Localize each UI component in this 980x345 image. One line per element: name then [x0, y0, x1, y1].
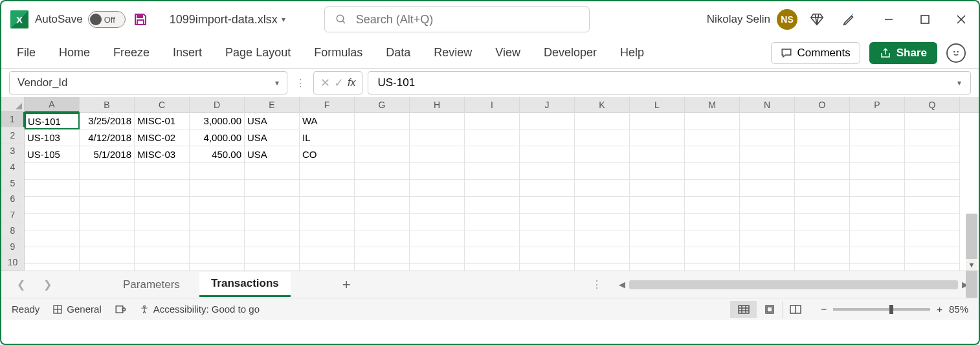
cell-P5[interactable]: [850, 180, 905, 197]
pen-icon[interactable]: [836, 6, 862, 32]
cell-N3[interactable]: [740, 146, 795, 163]
col-header-M[interactable]: M: [685, 97, 740, 113]
minimize-button[interactable]: [880, 11, 897, 28]
tab-home[interactable]: Home: [56, 42, 93, 63]
cell-O9[interactable]: [795, 247, 850, 264]
cell-P3[interactable]: [850, 146, 905, 163]
cell-M4[interactable]: [685, 163, 740, 180]
accept-formula-icon[interactable]: ✓: [334, 76, 344, 90]
cell-E2[interactable]: USA: [245, 129, 300, 146]
row-header-1[interactable]: 1: [1, 112, 25, 128]
cell-M6[interactable]: [685, 197, 740, 214]
sheet-tab-parameters[interactable]: Parameters: [111, 273, 192, 296]
cell-K6[interactable]: [575, 197, 630, 214]
cell-G5[interactable]: [355, 180, 410, 197]
tab-review[interactable]: Review: [431, 42, 474, 63]
cell-M5[interactable]: [685, 180, 740, 197]
cell-F5[interactable]: [300, 180, 355, 197]
cell-B4[interactable]: [80, 163, 135, 180]
cell-K2[interactable]: [575, 129, 630, 146]
row-header-7[interactable]: 7: [1, 207, 25, 223]
cell-C9[interactable]: [135, 247, 190, 264]
col-header-A[interactable]: A: [25, 97, 80, 113]
cell-C2[interactable]: MISC-02: [135, 129, 190, 146]
cell-Q9[interactable]: [905, 247, 960, 264]
cell-A7[interactable]: [25, 214, 80, 230]
cell-M7[interactable]: [685, 214, 740, 230]
cell-G1[interactable]: [355, 113, 410, 129]
col-header-C[interactable]: C: [135, 97, 190, 113]
cell-F7[interactable]: [300, 214, 355, 230]
cell-G2[interactable]: [355, 129, 410, 146]
cell-I2[interactable]: [465, 129, 520, 146]
row-header-6[interactable]: 6: [1, 191, 25, 207]
sheet-nav-prev[interactable]: ❮: [12, 278, 30, 291]
cell-F3[interactable]: CO: [300, 146, 355, 163]
cell-J8[interactable]: [520, 230, 575, 247]
cell-I5[interactable]: [465, 180, 520, 197]
cell-H2[interactable]: [410, 129, 465, 146]
cell-A9[interactable]: [25, 247, 80, 264]
maximize-button[interactable]: [917, 11, 933, 28]
cell-G3[interactable]: [355, 146, 410, 163]
cancel-formula-icon[interactable]: ✕: [320, 76, 330, 90]
autosave-toggle[interactable]: Off: [88, 11, 126, 28]
cell-C4[interactable]: [135, 163, 190, 180]
cell-N5[interactable]: [740, 180, 795, 197]
cell-F2[interactable]: IL: [300, 129, 355, 146]
row-header-9[interactable]: 9: [1, 239, 25, 255]
cell-F1[interactable]: WA: [300, 113, 355, 129]
row-header-5[interactable]: 5: [1, 175, 25, 192]
cell-Q7[interactable]: [905, 214, 960, 230]
cell-N8[interactable]: [740, 230, 795, 247]
cell-D1[interactable]: 3,000.00: [190, 113, 245, 129]
cell-L5[interactable]: [630, 180, 685, 197]
cell-K3[interactable]: [575, 146, 630, 163]
cell-F10[interactable]: [300, 264, 355, 271]
cell-M1[interactable]: [685, 113, 740, 129]
cell-O3[interactable]: [795, 146, 850, 163]
cell-L1[interactable]: [630, 113, 685, 129]
cell-I8[interactable]: [465, 230, 520, 247]
cell-H3[interactable]: [410, 146, 465, 163]
cell-C5[interactable]: [135, 180, 190, 197]
cell-N10[interactable]: [740, 264, 795, 271]
cell-C8[interactable]: [135, 230, 190, 247]
status-general[interactable]: General: [52, 304, 101, 315]
cell-D10[interactable]: [190, 264, 245, 271]
cell-E10[interactable]: [245, 264, 300, 271]
cell-B1[interactable]: 3/25/2018: [80, 113, 135, 129]
cell-H9[interactable]: [410, 247, 465, 264]
cell-D4[interactable]: [190, 163, 245, 180]
cell-M9[interactable]: [685, 247, 740, 264]
status-accessibility[interactable]: Accessibility: Good to go: [139, 304, 260, 315]
col-header-K[interactable]: K: [575, 97, 630, 113]
cell-C10[interactable]: [135, 264, 190, 271]
cell-I9[interactable]: [465, 247, 520, 264]
cell-O8[interactable]: [795, 230, 850, 247]
cell-O1[interactable]: [795, 113, 850, 129]
name-box[interactable]: Vendor_Id ▾: [9, 71, 287, 95]
cell-D3[interactable]: 450.00: [190, 146, 245, 163]
col-header-Q[interactable]: Q: [905, 97, 960, 113]
cell-K7[interactable]: [575, 214, 630, 230]
cell-K5[interactable]: [575, 180, 630, 197]
cell-I3[interactable]: [465, 146, 520, 163]
cell-C1[interactable]: MISC-01: [135, 113, 190, 129]
sheet-tab-transactions[interactable]: Transactions: [199, 272, 291, 297]
cell-N6[interactable]: [740, 197, 795, 214]
cell-A2[interactable]: US-103: [25, 129, 80, 146]
cell-P4[interactable]: [850, 163, 905, 180]
cell-B3[interactable]: 5/1/2018: [80, 146, 135, 163]
close-button[interactable]: [953, 11, 970, 28]
row-header-8[interactable]: 8: [1, 223, 25, 239]
cell-D9[interactable]: [190, 247, 245, 264]
cell-L3[interactable]: [630, 146, 685, 163]
cell-A4[interactable]: [25, 163, 80, 180]
add-sheet-button[interactable]: +: [332, 276, 361, 293]
cell-J2[interactable]: [520, 129, 575, 146]
view-page-layout-button[interactable]: [756, 301, 782, 318]
cell-K1[interactable]: [575, 113, 630, 129]
cell-E5[interactable]: [245, 180, 300, 197]
cell-L6[interactable]: [630, 197, 685, 214]
